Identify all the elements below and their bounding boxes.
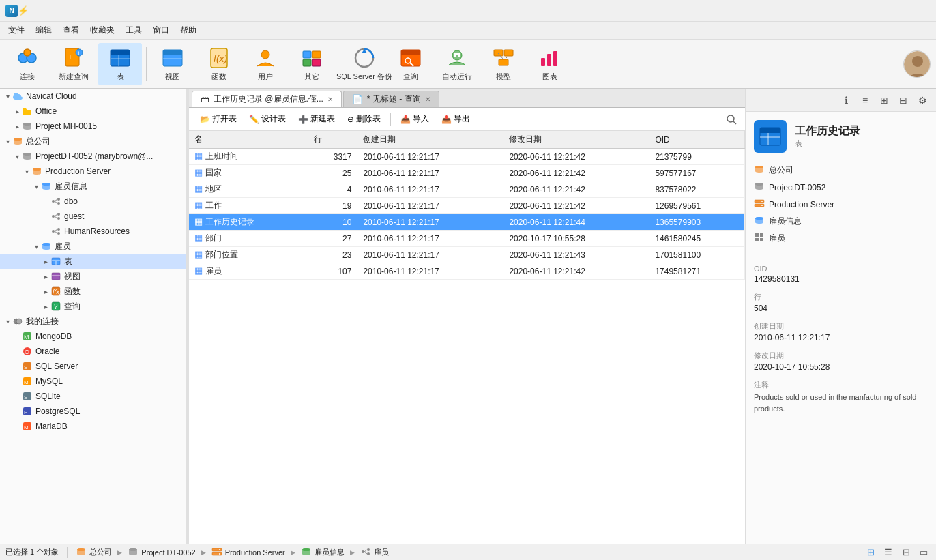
path-item-2[interactable]: Production Server <box>211 546 285 559</box>
sidebar-item[interactable]: ▾雇员信息 <box>0 179 186 194</box>
sidebar-item[interactable]: ▸?查询 <box>0 299 186 314</box>
obj-btn-import[interactable]: 📥导入 <box>395 111 435 127</box>
rp-bread-label-2: ProjectDT-0052 <box>769 183 825 192</box>
obj-btn-new-table[interactable]: ➕新建表 <box>293 111 340 127</box>
toolbar-btn-auto-run[interactable]: 自动运行 <box>435 43 479 85</box>
column-header-修改日期[interactable]: 修改日期 <box>503 131 649 149</box>
svg-rect-13 <box>163 50 182 55</box>
sidebar-item[interactable]: ▾ProjectDT-0052 (marybrown@... <box>0 149 186 164</box>
close-button[interactable] <box>914 3 931 19</box>
menu-item-帮助[interactable]: 帮助 <box>175 23 202 38</box>
sidebar-item[interactable]: ▸Project MH-0015 <box>0 119 186 134</box>
rp-created-value: 2010-06-11 12:21:17 <box>754 333 928 342</box>
toolbar-btn-model[interactable]: 模型 <box>482 43 525 85</box>
table-row[interactable]: ▦工作192010-06-11 12:21:172020-06-11 12:21… <box>189 198 745 214</box>
sidebar-item[interactable]: ▾总公司 <box>0 134 186 149</box>
sidebar-item[interactable]: ▾我的连接 <box>0 314 186 329</box>
toolbar-btn-connect[interactable]: +连接 <box>5 43 49 85</box>
sidebar-item[interactable]: dbo <box>0 194 186 209</box>
menu-item-工具[interactable]: 工具 <box>120 23 147 38</box>
menu-item-查看[interactable]: 查看 <box>57 23 85 38</box>
rp-toolbar-btn-2[interactable]: ⊞ <box>876 92 892 108</box>
search-button[interactable] <box>723 111 740 128</box>
view-btn-0[interactable]: ⊞ <box>864 546 877 559</box>
sidebar-item[interactable]: ▸表 <box>0 254 186 269</box>
tab-icon: 📄 <box>352 94 363 104</box>
column-header-OID[interactable]: OID <box>649 131 745 149</box>
toolbar-btn-user[interactable]: +用户 <box>244 43 287 85</box>
toolbar-btn-new-query[interactable]: ++新建查询 <box>52 43 96 85</box>
user-avatar[interactable] <box>903 50 931 78</box>
sidebar-item[interactable]: PPostgreSQL <box>0 404 186 419</box>
view-btn-3[interactable]: ▭ <box>917 546 931 559</box>
table-row[interactable]: ▦部门位置232010-06-11 12:21:172020-06-11 12:… <box>189 247 745 263</box>
rp-toolbar-btn-3[interactable]: ⊟ <box>895 92 911 108</box>
backup-icon <box>352 46 377 70</box>
column-header-行[interactable]: 行 <box>308 131 357 149</box>
table-icon <box>50 256 61 267</box>
tree-item-label: 我的连接 <box>26 316 59 327</box>
path-item-4[interactable]: 雇员 <box>360 546 389 559</box>
toolbar-btn-function[interactable]: f(x)函数 <box>197 43 241 85</box>
path-item-1[interactable]: Project DT-0052 <box>128 546 195 559</box>
rp-toolbar-btn-0[interactable]: ℹ <box>838 92 854 108</box>
auto-run-label: 自动运行 <box>442 72 472 82</box>
column-header-创建日期[interactable]: 创建日期 <box>357 131 503 149</box>
sidebar-item[interactable]: ▾Navicat Cloud <box>0 89 186 104</box>
sidebar-item[interactable]: SSQL Server <box>0 359 186 374</box>
sidebar-item[interactable]: SSQLite <box>0 389 186 404</box>
toolbar-btn-backup[interactable]: SQL Server 备份 <box>342 43 386 85</box>
table-row[interactable]: ▦国家252010-06-11 12:21:172020-06-11 12:21… <box>189 165 745 181</box>
table-row[interactable]: ▦上班时间33172010-06-11 12:21:172020-06-11 1… <box>189 149 745 165</box>
svg-point-52 <box>42 183 50 186</box>
rp-toolbar-btn-4[interactable]: ⚙ <box>914 92 931 108</box>
sidebar-item[interactable]: guest <box>0 209 186 224</box>
sidebar-item[interactable]: ▾Production Server <box>0 164 186 179</box>
sidebar-item[interactable]: OOracle <box>0 344 186 359</box>
obj-btn-export[interactable]: 📤导出 <box>436 111 476 127</box>
sidebar-item[interactable]: MMariaDB <box>0 419 186 434</box>
svg-text:+: + <box>77 50 81 57</box>
menu-item-窗口[interactable]: 窗口 <box>147 23 175 38</box>
table-container[interactable]: 名行创建日期修改日期OID ▦上班时间33172010-06-11 12:21:… <box>189 131 745 544</box>
minimize-button[interactable] <box>879 3 895 19</box>
table-row[interactable]: ▦部门272010-06-11 12:21:172020-10-17 10:55… <box>189 231 745 247</box>
obj-btn-open-table[interactable]: 📂打开表 <box>194 111 242 127</box>
obj-btn-delete-table[interactable]: ⊖删除表 <box>342 111 386 127</box>
tab-close-button[interactable]: ✕ <box>327 95 333 103</box>
sidebar-item[interactable]: ▸视图 <box>0 269 186 284</box>
svg-line-61 <box>55 214 57 216</box>
sidebar-item[interactable]: ▾雇员 <box>0 239 186 254</box>
sidebar-item[interactable]: ▸f(x)函数 <box>0 284 186 299</box>
sidebar-item[interactable]: HumanResources <box>0 224 186 239</box>
table-row[interactable]: ▦雇员1072010-06-11 12:21:172020-06-11 12:2… <box>189 263 745 280</box>
view-btn-1[interactable]: ☰ <box>881 546 895 559</box>
view-btn-2[interactable]: ⊟ <box>899 546 913 559</box>
toolbar-btn-view[interactable]: 视图 <box>151 43 194 85</box>
rp-toolbar-btn-1[interactable]: ≡ <box>857 92 873 108</box>
table-row[interactable]: ▦工作历史记录102010-06-11 12:21:172020-06-11 1… <box>189 214 745 231</box>
sidebar-item[interactable]: MMongoDB <box>0 329 186 344</box>
svg-text:M: M <box>24 379 29 385</box>
path-item-0[interactable]: 总公司 <box>76 546 112 559</box>
toolbar-btn-query[interactable]: 查询 <box>389 43 433 85</box>
tab-tab-table[interactable]: 🗃工作历史记录 @雇员信息.僅...✕ <box>192 91 342 107</box>
path-item-3[interactable]: 雇员信息 <box>301 546 345 559</box>
tab-close-button[interactable]: ✕ <box>425 95 430 103</box>
table-row[interactable]: ▦地区42010-06-11 12:21:172020-06-11 12:21:… <box>189 181 745 198</box>
toolbar-btn-table[interactable]: 表 <box>98 43 142 85</box>
sidebar-item[interactable]: MMySQL <box>0 374 186 389</box>
toolbar-btn-other[interactable]: 其它 <box>290 43 334 85</box>
menu-item-编辑[interactable]: 编辑 <box>30 23 57 38</box>
chart-label: 图表 <box>542 72 557 82</box>
obj-btn-design-table[interactable]: ✏️设计表 <box>244 111 291 127</box>
toolbar-btn-chart[interactable]: 图表 <box>528 43 572 85</box>
maximize-button[interactable] <box>896 3 913 19</box>
menu-item-文件[interactable]: 文件 <box>3 23 30 38</box>
tree-item-label: 表 <box>64 256 72 267</box>
menu-item-收藏夹[interactable]: 收藏夹 <box>85 23 120 38</box>
column-header-名[interactable]: 名 <box>189 131 308 149</box>
import-label: 导入 <box>413 113 429 125</box>
tab-tab-query[interactable]: 📄* 无标题 - 查询✕ <box>343 91 439 107</box>
sidebar-item[interactable]: ▸Office <box>0 104 186 119</box>
